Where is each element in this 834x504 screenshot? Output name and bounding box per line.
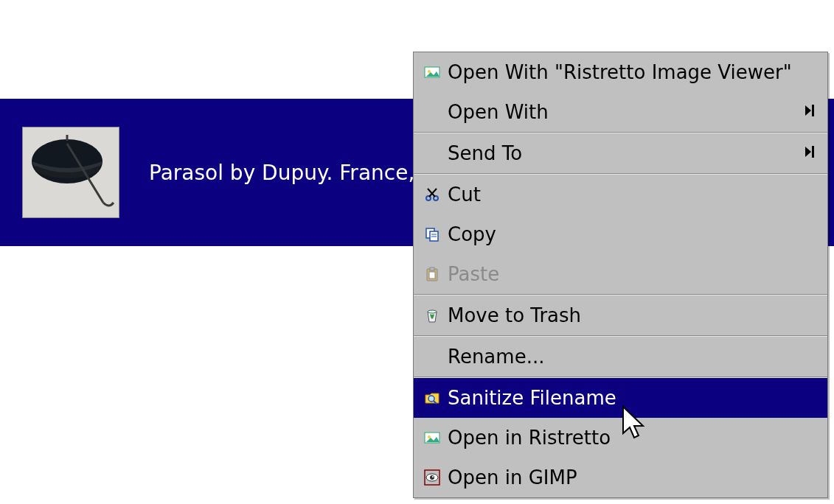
parasol-icon (27, 130, 115, 214)
svg-rect-16 (430, 267, 434, 270)
copy-icon (420, 222, 445, 247)
menu-label: Open With "Ristretto Image Viewer" (448, 61, 817, 83)
menu-item-trash[interactable]: Move to Trash (414, 295, 827, 335)
menu-label: Send To (448, 142, 799, 164)
folder-search-icon (420, 385, 445, 410)
svg-point-22 (428, 435, 431, 438)
menu-item-open-default[interactable]: Open With "Ristretto Image Viewer" (414, 52, 827, 92)
scissors-icon (420, 182, 445, 207)
menu-label: Rename... (448, 346, 817, 368)
blank-icon (420, 344, 445, 369)
menu-item-send-to[interactable]: Send To (414, 133, 827, 173)
svg-point-25 (430, 475, 434, 480)
menu-item-open-with[interactable]: Open With (414, 92, 827, 132)
menu-label: Paste (448, 263, 817, 285)
svg-point-18 (428, 310, 437, 313)
menu-item-copy[interactable]: Copy (414, 214, 827, 254)
menu-label: Open in GIMP (448, 466, 817, 489)
menu-label: Open With (448, 101, 799, 123)
submenu-arrow-icon (799, 101, 817, 123)
menu-label: Move to Trash (448, 304, 817, 326)
blank-icon (420, 141, 445, 166)
svg-point-4 (428, 70, 431, 73)
menu-label: Open in Ristretto (448, 427, 817, 449)
file-thumbnail (22, 127, 119, 218)
paste-icon (420, 262, 445, 287)
menu-item-rename[interactable]: Rename... (414, 337, 827, 377)
blank-icon (420, 99, 445, 125)
svg-point-19 (428, 396, 434, 402)
menu-label: Copy (448, 223, 817, 245)
menu-item-cut[interactable]: Cut (414, 175, 827, 214)
menu-item-sanitize-filename[interactable]: Sanitize Filename (414, 378, 827, 418)
image-icon (420, 60, 445, 85)
menu-item-open-gimp[interactable]: Open in GIMP (414, 458, 827, 497)
svg-rect-17 (429, 272, 435, 279)
svg-rect-6 (812, 146, 814, 158)
menu-label: Sanitize Filename (448, 387, 817, 409)
svg-point-26 (432, 476, 434, 477)
menu-item-open-ristretto[interactable]: Open in Ristretto (414, 418, 827, 458)
menu-item-paste: Paste (414, 254, 827, 294)
svg-rect-5 (812, 105, 814, 116)
image-icon (420, 425, 445, 450)
context-menu: Open With "Ristretto Image Viewer" Open … (413, 52, 828, 498)
trash-icon (420, 303, 445, 328)
submenu-arrow-icon (799, 142, 817, 164)
menu-label: Cut (448, 183, 817, 206)
eye-icon (420, 465, 445, 490)
